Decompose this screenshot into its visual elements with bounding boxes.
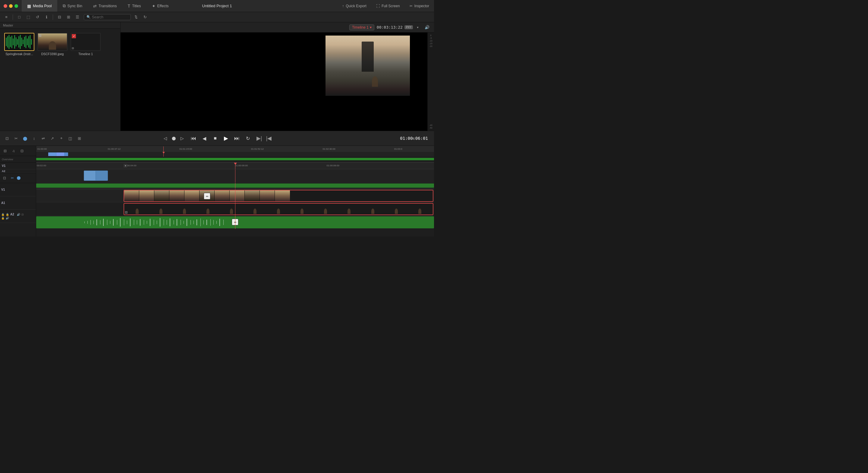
- silhouette-3: [183, 209, 186, 214]
- grid-view-button[interactable]: ⊞: [64, 13, 72, 21]
- minimize-button[interactable]: [9, 4, 13, 8]
- timeline-selector[interactable]: Timeline 1 ▾: [349, 24, 374, 30]
- preview-panel: Timeline 1 ▾ 00:03:13:22 PXY ▾ 🔊 0 -5 -1…: [121, 22, 434, 131]
- expand-arrow[interactable]: ▼: [124, 164, 127, 167]
- silhouette-13: [418, 209, 421, 214]
- svg-rect-19: [31, 39, 32, 45]
- media-pool-tab[interactable]: ▦ Media Pool: [22, 0, 57, 12]
- transitions-tab[interactable]: ⇄ Transitions: [88, 0, 122, 12]
- list-view-icon: ⊟: [58, 15, 61, 19]
- svg-rect-10: [19, 36, 19, 47]
- quick-export-label: Quick Export: [346, 4, 367, 8]
- timeline-tool-3[interactable]: ⊡: [19, 148, 25, 154]
- svg-rect-43: [157, 221, 157, 224]
- loop-button[interactable]: ↻: [243, 134, 252, 143]
- dropdown-icon: ≡: [5, 15, 7, 19]
- chevron-down-icon: ▾: [370, 25, 372, 30]
- ruler-time-3: 01:01:52:12: [251, 148, 264, 150]
- color-tool[interactable]: ⊞: [75, 134, 83, 142]
- skip-prev-button[interactable]: |◀: [265, 134, 273, 142]
- svg-rect-6: [13, 38, 14, 45]
- media-item-audio[interactable]: Springbreak (Instr...: [4, 33, 34, 56]
- overview-clip-1: [48, 152, 68, 156]
- a1-silhouettes: [124, 204, 433, 215]
- new-bin-button[interactable]: □: [16, 13, 23, 21]
- quick-export-button[interactable]: ↑ Quick Export: [337, 4, 371, 8]
- blade-tool-timeline[interactable]: ✂: [9, 175, 16, 181]
- svg-rect-24: [93, 221, 94, 224]
- top-nav-bar: ▦ Media Pool ⧉ Sync Bin ⇄ Transitions T …: [0, 0, 434, 12]
- svg-rect-11: [20, 35, 21, 49]
- razor-tool[interactable]: ⌖: [57, 134, 65, 142]
- svg-rect-49: [177, 219, 177, 226]
- detail-view-button[interactable]: ☰: [73, 13, 82, 21]
- new-folder-icon: ⬚: [27, 15, 30, 19]
- range-tool[interactable]: ◫: [66, 134, 74, 142]
- dropdown-tool[interactable]: ≡: [2, 13, 10, 21]
- dynamic-trim[interactable]: ⇌: [39, 134, 47, 142]
- svg-rect-14: [24, 37, 25, 47]
- effects-label: Effects: [157, 4, 169, 8]
- inspector-button[interactable]: ✂ Inspector: [405, 4, 434, 8]
- vu-label-0: 0: [428, 34, 434, 36]
- timeline-tool-2[interactable]: ♫: [10, 148, 17, 154]
- audio-meter-button[interactable]: 🔊: [423, 24, 431, 31]
- skip-next-button[interactable]: ▶|: [255, 134, 263, 142]
- nav-right-controls: ↑ Quick Export ⛶ Full Screen ✂ Inspector: [337, 4, 434, 8]
- blade-tool[interactable]: ✂: [12, 134, 20, 142]
- video-clip-frames[interactable]: ⇔: [124, 190, 433, 202]
- list-view-button[interactable]: ⊟: [56, 13, 63, 21]
- photo-thumb: 🖼: [37, 33, 67, 51]
- a1-clip[interactable]: 🖼: [124, 203, 433, 215]
- play-button[interactable]: ▶: [221, 134, 230, 143]
- overview-ruler: 01:00:00 01:00:37:12 01:01:15:00 01:01:5…: [36, 146, 434, 152]
- refresh-button[interactable]: ↺: [33, 13, 41, 21]
- filter-button[interactable]: ↻: [141, 13, 149, 21]
- next-marker-button[interactable]: ▷: [178, 134, 186, 142]
- go-to-start-button[interactable]: ⏮: [189, 134, 198, 143]
- search-box[interactable]: 🔍: [84, 14, 131, 20]
- person-silhouette: [372, 76, 378, 87]
- go-to-end-button[interactable]: ⏭: [232, 134, 241, 143]
- transport-bar: ⊡ ✂ ⬤ ↕ ⇌ ↗ ⌖ ◫ ⊞ ◁ ⬤ ▷ ⏮ ◀ ■ ▶ ⏭ ↻ ▶| |…: [0, 131, 434, 146]
- search-input[interactable]: [92, 15, 128, 19]
- frame-10: [275, 190, 290, 201]
- sort-button[interactable]: ⇅: [132, 13, 140, 21]
- svg-rect-50: [181, 220, 181, 225]
- v1-clip-1[interactable]: [84, 170, 107, 181]
- zoom-tool-2[interactable]: [17, 176, 21, 180]
- stop-button[interactable]: ■: [211, 134, 220, 143]
- svg-rect-62: [219, 219, 220, 226]
- sync-bin-tab[interactable]: ⧉ Sync Bin: [57, 0, 88, 12]
- marker-button[interactable]: ⬤: [170, 134, 178, 142]
- sort-icon: ⇅: [134, 15, 138, 19]
- prev-marker-button[interactable]: ◁: [161, 134, 169, 142]
- frame-7: [230, 190, 245, 201]
- media-item-timeline[interactable]: ✓ ⊟ Timeline 1: [70, 33, 101, 56]
- full-screen-button[interactable]: ⛶ Full Screen: [371, 4, 405, 8]
- effects-tab[interactable]: ✦ Effects: [147, 0, 174, 12]
- svg-rect-12: [22, 38, 22, 46]
- audio-thumb: [4, 33, 34, 51]
- snap-button[interactable]: ⊡: [3, 134, 11, 142]
- titles-tab[interactable]: T Titles: [122, 0, 147, 12]
- clip-info-button[interactable]: ℹ: [42, 13, 50, 21]
- prev-frame-button[interactable]: ◀: [200, 134, 209, 143]
- zoom-time-3: 01:00:08:00: [327, 164, 339, 167]
- media-item-photo[interactable]: 🖼 DSCF3390.jpeg: [37, 33, 67, 56]
- ruler-time-1: 01:00:37:12: [108, 148, 121, 150]
- svg-rect-8: [16, 37, 17, 46]
- close-button[interactable]: [4, 4, 7, 8]
- timeline-tool-1[interactable]: ⊟: [2, 148, 8, 154]
- overview-ruler-label: Overview: [0, 156, 36, 163]
- filter-icon: ↻: [144, 15, 147, 19]
- fullscreen-button[interactable]: [14, 4, 18, 8]
- trim-tool[interactable]: ↕: [30, 134, 38, 142]
- transport-right-menu[interactable]: ≡: [409, 134, 417, 142]
- zoom-tool-1[interactable]: ⊡: [1, 175, 8, 181]
- select-tool[interactable]: ⬤: [21, 134, 29, 142]
- v1-track-row: [36, 169, 434, 183]
- new-folder-button[interactable]: ⬚: [24, 13, 32, 21]
- view-options-button[interactable]: ▾: [415, 24, 421, 30]
- position-tool[interactable]: ↗: [48, 134, 56, 142]
